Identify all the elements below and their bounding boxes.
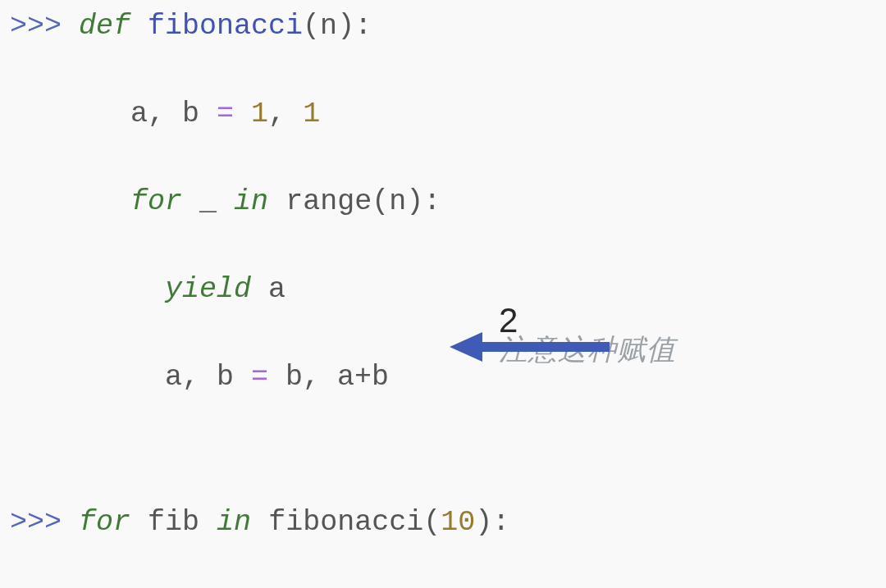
arg-n-3: n — [389, 185, 406, 218]
arrow-icon — [450, 327, 610, 367]
fib-var: fib — [148, 506, 199, 539]
arg-n: n — [320, 10, 337, 43]
svg-marker-0 — [450, 332, 482, 362]
rhs-expr: b, a+b — [285, 361, 389, 394]
range-fn: range — [285, 185, 372, 218]
eq-op: = — [217, 98, 234, 130]
fibonacci-call: fibonacci — [268, 506, 423, 539]
function-name: fibonacci — [148, 10, 303, 43]
eq-op-5: = — [251, 361, 268, 394]
yield-var: a — [268, 273, 285, 306]
code-line-5: a, b = b, a+b — [10, 358, 876, 398]
svg-rect-1 — [481, 342, 610, 352]
loop-var: _ — [199, 185, 217, 218]
paren-open: ( — [303, 10, 320, 43]
num-10: 10 — [441, 506, 475, 539]
comma: , — [268, 98, 285, 130]
paren-open-6: ( — [423, 506, 441, 539]
lhs-ab: a, b — [165, 361, 234, 394]
keyword-yield: yield — [165, 273, 251, 306]
keyword-in-2: in — [217, 506, 251, 539]
code-line-4: yield a — [10, 270, 876, 310]
blank-gap — [10, 445, 876, 503]
keyword-def: def — [79, 10, 130, 43]
code-line-3: for _ in range(n): — [10, 182, 876, 222]
paren-close-colon: ): — [337, 10, 372, 43]
paren-open-3: ( — [372, 185, 389, 218]
code-line-1: >>> def fibonacci(n): — [10, 7, 876, 47]
num-1b: 1 — [303, 98, 320, 130]
prompt: >>> — [10, 10, 62, 43]
keyword-for: for — [130, 185, 182, 218]
num-1a: 1 — [251, 98, 268, 130]
code-line-6: >>> for fib in fibonacci(10): — [10, 503, 876, 543]
prompt-2: >>> — [10, 506, 62, 539]
vars-ab: a, b — [130, 98, 199, 130]
code-line-2: a, b = 1, 1 — [10, 94, 876, 134]
keyword-in: in — [234, 185, 268, 218]
paren-close-colon-3: ): — [406, 185, 441, 218]
paren-close-colon-6: ): — [475, 506, 509, 539]
keyword-for-2: for — [79, 506, 130, 539]
